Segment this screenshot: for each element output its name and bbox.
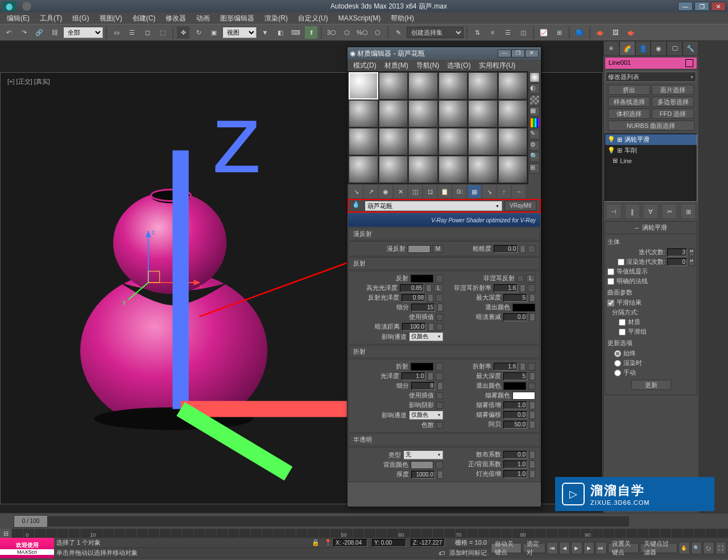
update-always-radio[interactable]: 始终 bbox=[607, 349, 694, 358]
render-iter-checkbox[interactable] bbox=[618, 259, 624, 266]
me-sample-slot[interactable] bbox=[498, 100, 528, 127]
me-options-icon[interactable]: ⚙ bbox=[530, 140, 540, 151]
next-frame-icon[interactable]: ▶ bbox=[584, 542, 594, 554]
nav-pan-icon[interactable]: ✋ bbox=[679, 542, 689, 554]
me-sample-slot[interactable] bbox=[408, 100, 438, 127]
refl-affect-dropdown[interactable]: 仅颜色 bbox=[409, 332, 443, 341]
me-assign-icon[interactable]: ◉ bbox=[379, 185, 392, 198]
menu-modifiers[interactable]: 修改器 bbox=[161, 13, 191, 24]
hilite-lock-button[interactable]: L bbox=[434, 284, 443, 292]
modify-tab-icon[interactable]: 🌈 bbox=[619, 41, 635, 56]
menu-help[interactable]: 帮助(H) bbox=[386, 13, 419, 24]
ref-coord-dropdown[interactable]: 视图 bbox=[222, 27, 257, 38]
me-sample-slot[interactable] bbox=[379, 72, 408, 99]
spline-select-button[interactable]: 样条线选择 bbox=[608, 97, 650, 107]
time-slider[interactable]: 0 / 100 bbox=[14, 516, 629, 526]
me-sample-slot[interactable] bbox=[498, 128, 528, 155]
me-put-library-icon[interactable]: 📋 bbox=[438, 185, 452, 198]
keyfilter-button[interactable]: 关键点过滤器 bbox=[640, 543, 677, 553]
ior-map-button[interactable] bbox=[528, 363, 535, 371]
me-sample-slot[interactable] bbox=[468, 72, 498, 99]
me-material-type-button[interactable]: VRayMtl bbox=[504, 201, 536, 211]
pivot-icon[interactable]: ▼ bbox=[258, 26, 272, 39]
scale-icon[interactable]: ▣ bbox=[207, 26, 221, 39]
edit-named-icon[interactable]: ✎ bbox=[391, 26, 405, 39]
me-backlight-icon[interactable]: ◐ bbox=[530, 84, 540, 94]
remove-mod-icon[interactable]: ✂ bbox=[663, 205, 676, 218]
spinner-arrows[interactable] bbox=[426, 284, 432, 292]
menu-tools[interactable]: 工具(T) bbox=[35, 13, 67, 24]
spinner-arrows[interactable] bbox=[437, 382, 443, 390]
refr-interp-checkbox[interactable] bbox=[436, 392, 443, 399]
layers-icon[interactable]: ☰ bbox=[501, 26, 515, 39]
spinner-arrows[interactable] bbox=[428, 294, 433, 302]
me-make-unique-icon[interactable]: ⊡ bbox=[423, 185, 437, 198]
me-close-button[interactable]: ✕ bbox=[525, 49, 539, 57]
reflect-swatch[interactable] bbox=[411, 275, 433, 283]
me-menu-mode[interactable]: 模式(D) bbox=[350, 60, 380, 72]
sep-smoothgrp-checkbox[interactable]: 平滑组 bbox=[607, 327, 694, 337]
me-sample-slot[interactable] bbox=[349, 156, 378, 183]
spinner-arrows[interactable]: ▴▾ bbox=[689, 248, 694, 256]
roughness-map-button[interactable] bbox=[528, 245, 535, 253]
me-mtl-map-icon[interactable]: ⊞ bbox=[530, 163, 540, 173]
modifier-stack[interactable]: 💡 ⊞涡轮平滑 💡 ⊞车削 ⊞Line bbox=[605, 134, 697, 202]
menu-edit[interactable]: 编辑(E) bbox=[2, 13, 34, 24]
undo-icon[interactable]: ↶ bbox=[2, 26, 15, 39]
turbosmooth-rollout-head[interactable]: – 涡轮平滑 bbox=[605, 221, 697, 234]
me-sample-slot[interactable] bbox=[349, 72, 378, 99]
update-button[interactable]: 更新 bbox=[631, 380, 671, 390]
spinner-arrows[interactable] bbox=[530, 470, 535, 478]
me-sample-slot[interactable] bbox=[468, 156, 498, 183]
unlink-icon[interactable]: ⛓ bbox=[48, 26, 61, 39]
me-sample-slot[interactable] bbox=[408, 128, 438, 155]
ffd-select-button[interactable]: FFD 选择 bbox=[652, 109, 694, 119]
scatter-input[interactable]: 0.0 bbox=[503, 451, 527, 459]
maxscript-listener[interactable]: 欢迎使用 MAXScri bbox=[0, 538, 54, 558]
refl-gloss-map-button[interactable] bbox=[436, 294, 443, 302]
me-sample-slot[interactable] bbox=[408, 156, 438, 183]
update-render-radio[interactable]: 渲染时 bbox=[607, 358, 694, 368]
me-video-check-icon[interactable] bbox=[530, 118, 540, 128]
time-tag-icon[interactable]: 🏷 bbox=[439, 550, 445, 557]
fog-color-swatch[interactable] bbox=[512, 392, 535, 400]
spinner-arrows[interactable] bbox=[530, 372, 535, 380]
menu-customize[interactable]: 自定义(U) bbox=[293, 13, 333, 24]
spinner-arrows[interactable] bbox=[530, 411, 535, 419]
nav-zoom-icon[interactable]: 🔍 bbox=[691, 542, 702, 554]
me-material-name-field[interactable]: 葫芦花瓶 bbox=[365, 201, 502, 211]
refr-exit-swatch[interactable] bbox=[503, 382, 526, 390]
translucency-rollout-head[interactable]: 半透明 bbox=[348, 433, 540, 446]
me-sample-slot[interactable] bbox=[379, 100, 408, 127]
move-icon[interactable]: ✥ bbox=[176, 26, 190, 39]
menu-render[interactable]: 渲染(R) bbox=[260, 13, 292, 24]
redo-icon[interactable]: ↷ bbox=[17, 26, 31, 39]
render-frame-icon[interactable]: 🖼 bbox=[609, 26, 622, 39]
diffuse-rollout-head[interactable]: 漫反射 bbox=[348, 227, 540, 240]
dim-dist-input[interactable]: 100.0 bbox=[402, 323, 426, 331]
utilities-tab-icon[interactable]: 🔧 bbox=[682, 41, 698, 56]
link-icon[interactable]: 🔗 bbox=[32, 26, 46, 39]
show-result-icon[interactable]: ‖ bbox=[626, 205, 639, 218]
refr-exit-checkbox[interactable] bbox=[528, 383, 535, 389]
coord-y-input[interactable]: Y: 0.00 bbox=[372, 539, 406, 547]
spinner-arrows[interactable] bbox=[520, 245, 526, 253]
fresnel-lock-button[interactable]: L bbox=[526, 275, 535, 283]
me-minimize-button[interactable]: — bbox=[498, 49, 511, 57]
display-tab-icon[interactable]: 🖵 bbox=[667, 41, 682, 56]
me-preview-icon[interactable]: ✎ bbox=[530, 129, 540, 139]
face-select-button[interactable]: 面片选择 bbox=[652, 85, 694, 95]
me-menu-nav[interactable]: 导航(N) bbox=[413, 60, 443, 72]
ior-input[interactable]: 1.6 bbox=[494, 363, 518, 371]
fog-mult-input[interactable]: 1.0 bbox=[503, 401, 527, 409]
reflect-map-button[interactable] bbox=[436, 275, 443, 283]
curve-editor-icon[interactable]: 📈 bbox=[537, 26, 551, 39]
sep-material-checkbox[interactable]: 材质 bbox=[607, 317, 694, 327]
mirror-icon[interactable]: ⇅ bbox=[470, 26, 484, 39]
time-slider-thumb[interactable]: 0 / 100 bbox=[14, 515, 48, 528]
refr-subdiv-input[interactable]: 8 bbox=[411, 382, 435, 390]
coord-z-input[interactable]: Z: -127.227 bbox=[411, 539, 445, 547]
trans-type-dropdown[interactable]: 无 bbox=[403, 450, 443, 459]
isoline-checkbox[interactable]: 等值线显示 bbox=[607, 267, 694, 276]
select-icon[interactable]: ▭ bbox=[110, 26, 123, 39]
